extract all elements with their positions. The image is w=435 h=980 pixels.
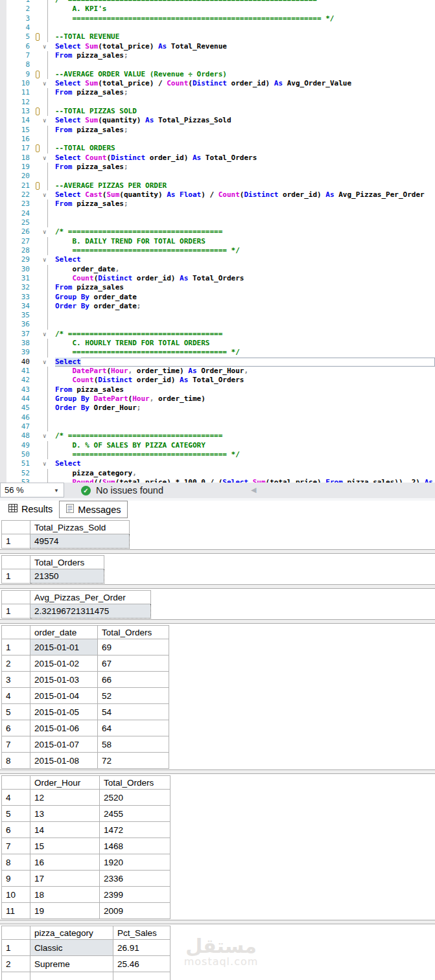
column-header[interactable]: Total_Pizzas_Sold (30, 521, 130, 534)
code-line[interactable]: 3 ======================================… (6, 14, 435, 23)
grid-cell[interactable]: 54 (98, 704, 169, 720)
code-line[interactable]: 46 (6, 413, 435, 422)
collapse-chevron-icon[interactable]: ∨ (43, 459, 46, 468)
code-line[interactable]: 13--TOTAL PIZZAS SOLD (6, 107, 435, 116)
row-header[interactable]: 2 (2, 655, 30, 672)
code-line[interactable]: 17--TOTAL ORDERS (6, 144, 435, 153)
row-header[interactable]: 7 (2, 736, 30, 753)
row-header[interactable]: 8 (2, 854, 30, 871)
code-line[interactable]: 24 (6, 209, 435, 218)
code-line[interactable]: 29∨Select (6, 255, 435, 264)
grid-cell[interactable]: 2399 (100, 887, 170, 903)
grid-cell[interactable]: 2015-01-05 (30, 704, 98, 720)
row-header[interactable]: 4 (2, 790, 30, 806)
collapse-chevron-icon[interactable]: ∨ (43, 154, 46, 163)
code-line[interactable]: 23From pizza_sales; (6, 199, 435, 209)
collapse-chevron-icon[interactable]: ∨ (43, 330, 46, 339)
grid-cell[interactable]: Classic (30, 940, 113, 956)
code-line[interactable]: 45Order By Order_Hour; (6, 404, 435, 413)
code-line[interactable]: 11From pizza_sales; (6, 88, 435, 97)
code-line[interactable]: 9--AVERAGE ORDER VALUE (Revenue ÷ Orders… (6, 70, 435, 79)
grid-corner-cell[interactable] (2, 556, 30, 569)
grid-cell[interactable] (113, 972, 170, 980)
code-line[interactable]: 1/* ====================================… (6, 0, 435, 5)
code-line[interactable]: 49 D. % OF SALES BY PIZZA CATEGORY (6, 441, 435, 450)
collapse-chevron-icon[interactable]: ∨ (43, 79, 46, 88)
row-header[interactable]: 7 (2, 838, 30, 854)
collapse-chevron-icon[interactable]: ∨ (43, 116, 46, 125)
code-line[interactable]: 35 (6, 311, 435, 320)
code-line[interactable]: 21--AVERAGE PIZZAS PER ORDER (6, 181, 435, 190)
grid-cell[interactable]: Supreme (30, 956, 113, 972)
code-line[interactable]: 36 (6, 320, 435, 329)
hscroll-left-arrow-icon[interactable]: ◀ (251, 486, 256, 494)
code-line[interactable]: 31 Count(Distinct order_id) As Total_Ord… (6, 274, 435, 283)
grid-cell[interactable]: 2015-01-07 (30, 736, 98, 753)
grid-cell[interactable]: 26.91 (113, 940, 170, 956)
code-line[interactable]: 14∨Select Sum(quantity) As Total_Pizzas_… (6, 116, 435, 125)
column-header[interactable]: Pct_Sales (113, 926, 170, 940)
code-line[interactable]: 15From pizza_sales; (6, 126, 435, 135)
collapse-chevron-icon[interactable]: ∨ (43, 358, 46, 367)
grid-cell[interactable]: 2015-01-06 (30, 720, 98, 736)
grid-cell[interactable]: 17 (30, 871, 100, 887)
column-header[interactable]: Total_Orders (100, 776, 170, 790)
grid-cell[interactable]: 2009 (100, 903, 170, 919)
grid-cell[interactable]: 16 (30, 854, 100, 871)
grid-cell[interactable]: 19 (30, 903, 100, 919)
row-header[interactable]: 6 (2, 822, 30, 838)
grid-cell[interactable]: 21350 (30, 569, 104, 584)
collapse-chevron-icon[interactable]: ∨ (43, 42, 46, 51)
code-line[interactable]: 32From pizza_sales (6, 283, 435, 292)
grid-cell[interactable]: 67 (98, 655, 169, 672)
column-header[interactable]: Total_Orders (30, 556, 104, 569)
code-line[interactable]: 26∨/* ==================================… (6, 227, 435, 236)
tab-results[interactable]: Results (2, 501, 59, 517)
code-line[interactable]: 40∨Select (6, 358, 435, 367)
grid-cell[interactable]: 1472 (100, 822, 170, 838)
row-header[interactable]: 1 (2, 534, 30, 549)
tab-messages[interactable]: Messages (59, 501, 128, 518)
collapse-chevron-icon[interactable]: ∨ (43, 227, 46, 236)
code-line[interactable]: 50 ==================================== … (6, 450, 435, 459)
grid-corner-cell[interactable] (2, 926, 30, 940)
code-line[interactable]: 22∨Select Cast(Sum(quantity) As Float) /… (6, 190, 435, 199)
grid-cell[interactable]: 2015-01-08 (30, 753, 98, 769)
grid-cell[interactable]: 12 (30, 790, 100, 806)
row-header[interactable]: 9 (2, 871, 30, 887)
code-line[interactable]: 7From pizza_sales; (6, 51, 435, 60)
code-line[interactable]: 39 ==================================== … (6, 348, 435, 357)
code-line[interactable]: 6∨Select Sum(total_price) As Total_Reven… (6, 42, 435, 51)
grid-cell[interactable]: 2520 (100, 790, 170, 806)
grid-splitter[interactable] (0, 619, 435, 624)
code-line[interactable]: 43From pizza_sales (6, 385, 435, 394)
grid-cell[interactable]: 52 (98, 688, 169, 704)
code-line[interactable]: 44Group By DatePart(Hour, order_time) (6, 394, 435, 404)
sql-editor[interactable]: 1/* ====================================… (0, 0, 435, 483)
grid-cell[interactable]: 14 (30, 822, 100, 838)
code-line[interactable]: 34Order By order_date; (6, 302, 435, 311)
grid-corner-cell[interactable] (2, 591, 30, 604)
row-header[interactable]: 4 (2, 688, 30, 704)
grid-cell[interactable]: 66 (98, 672, 169, 688)
code-line[interactable]: 16 (6, 135, 435, 144)
grid-cell[interactable]: 2336 (100, 871, 170, 887)
grid-cell[interactable]: 72 (98, 753, 169, 769)
code-line[interactable]: 30 order_date, (6, 265, 435, 274)
collapse-chevron-icon[interactable]: ∨ (43, 431, 46, 440)
column-header[interactable]: order_date (30, 626, 98, 639)
grid-cell[interactable]: 18 (30, 887, 100, 903)
code-line[interactable]: 20 (6, 172, 435, 181)
grid-cell[interactable]: 1468 (100, 838, 170, 854)
collapse-chevron-icon[interactable]: ∨ (43, 255, 46, 264)
code-line[interactable]: 10∨Select Sum(total_price) / Count(Disti… (6, 79, 435, 88)
row-header[interactable]: 1 (2, 639, 30, 655)
code-line[interactable]: 27 B. DAILY TREND FOR TOTAL ORDERS (6, 237, 435, 246)
grid-cell[interactable]: 49574 (30, 534, 130, 549)
code-line[interactable]: 41 DatePart(Hour, order_time) As Order_H… (6, 367, 435, 376)
row-header[interactable]: 5 (2, 806, 30, 822)
row-header[interactable]: 6 (2, 720, 30, 736)
row-header[interactable]: 3 (2, 672, 30, 688)
grid-cell[interactable]: 64 (98, 720, 169, 736)
row-header[interactable]: 5 (2, 704, 30, 720)
